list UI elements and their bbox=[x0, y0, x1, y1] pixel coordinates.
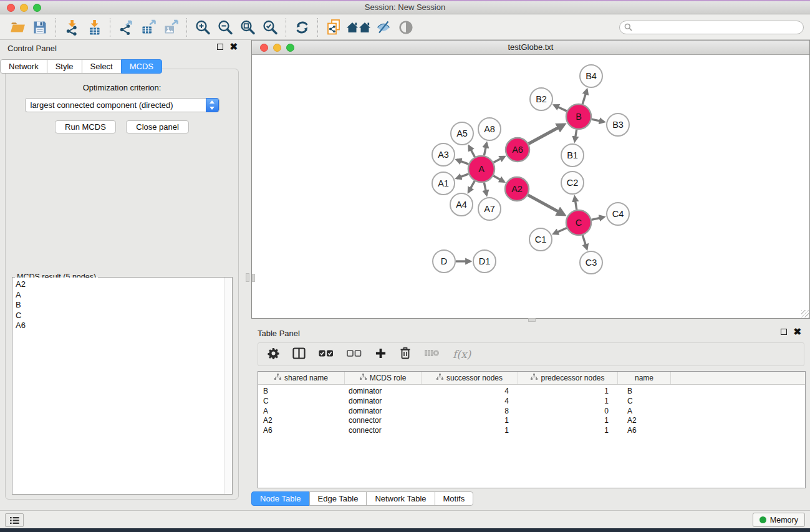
graph-edge-B-B4[interactable] bbox=[582, 90, 587, 104]
graph-edge-B-B1[interactable] bbox=[575, 130, 577, 142]
cell-shared-name[interactable]: A2 bbox=[258, 416, 345, 426]
graph-edge-A-A6[interactable] bbox=[493, 157, 504, 162]
graph-node-A7[interactable]: A7 bbox=[478, 198, 501, 220]
table-row[interactable]: Bdominator41B bbox=[258, 387, 805, 397]
network-minimize-button[interactable] bbox=[273, 44, 281, 52]
zoom-out-icon[interactable] bbox=[214, 17, 236, 37]
cell-successor-nodes[interactable]: 4 bbox=[422, 387, 518, 397]
graph-node-A2[interactable]: A2 bbox=[505, 177, 529, 201]
column-header-predecessor-nodes[interactable]: predecessor nodes bbox=[518, 372, 618, 384]
panel-list-button[interactable] bbox=[5, 513, 24, 527]
float-panel-icon[interactable] bbox=[217, 44, 223, 50]
graph-edge-A-A3[interactable] bbox=[457, 160, 469, 164]
graph-edge-A-A4[interactable] bbox=[468, 181, 475, 192]
mcds-result-item[interactable]: A bbox=[16, 290, 232, 301]
close-table-panel-icon[interactable]: ✖ bbox=[793, 329, 801, 335]
resize-corner[interactable] bbox=[801, 310, 809, 317]
network-close-button[interactable] bbox=[260, 44, 268, 52]
cell-mcds-role[interactable]: connector bbox=[345, 416, 422, 426]
select-all-checkbox-icon[interactable] bbox=[319, 349, 334, 360]
hide-annotations-icon[interactable] bbox=[372, 17, 395, 37]
graph-node-A4[interactable]: A4 bbox=[450, 193, 473, 216]
zoom-in-icon[interactable] bbox=[191, 17, 214, 37]
open-session-icon[interactable] bbox=[6, 17, 29, 37]
graph-node-B1[interactable]: B1 bbox=[561, 144, 584, 167]
run-mcds-button[interactable]: Run MCDS bbox=[55, 120, 116, 133]
network-canvas[interactable]: AA1A2A3A4A5A6A7A8BB1B2B3B4CC1C2C3C4DD1 bbox=[252, 56, 809, 318]
search-input[interactable] bbox=[635, 23, 799, 32]
import-network-icon[interactable] bbox=[60, 17, 83, 37]
mcds-result-list[interactable]: A2ABCA6 bbox=[12, 278, 232, 494]
home-icon[interactable] bbox=[345, 17, 372, 37]
maximize-window-button[interactable] bbox=[33, 4, 41, 12]
graph-edge-A-A2[interactable] bbox=[493, 176, 504, 182]
cell-mcds-role[interactable]: dominator bbox=[345, 387, 422, 397]
column-header-successor-nodes[interactable]: successor nodes bbox=[422, 372, 518, 384]
dropdown-stepper-icon[interactable] bbox=[206, 98, 219, 112]
graph-edge-C-C3[interactable] bbox=[582, 235, 587, 249]
graph-node-A1[interactable]: A1 bbox=[432, 172, 455, 195]
graph-edge-A-A1[interactable] bbox=[457, 174, 469, 178]
canvas-edge-grip[interactable] bbox=[252, 274, 255, 282]
graph-edge-C-C2[interactable] bbox=[575, 197, 577, 210]
tab-mcds[interactable]: MCDS bbox=[121, 59, 162, 74]
cell-name[interactable]: B bbox=[618, 387, 671, 397]
tab-motifs[interactable]: Motifs bbox=[435, 491, 474, 506]
graph-node-B4[interactable]: B4 bbox=[580, 65, 602, 87]
graph-edge-B-B2[interactable] bbox=[554, 105, 567, 111]
vertical-divider-grip[interactable] bbox=[246, 273, 249, 282]
mcds-result-item[interactable]: A2 bbox=[16, 279, 232, 290]
tab-select[interactable]: Select bbox=[82, 59, 122, 74]
minimize-window-button[interactable] bbox=[20, 4, 28, 12]
network-graph[interactable]: AA1A2A3A4A5A6A7A8BB1B2B3B4CC1C2C3C4DD1 bbox=[252, 56, 809, 318]
column-header-mcds-role[interactable]: MCDS role bbox=[345, 372, 422, 384]
mcds-result-item[interactable]: A6 bbox=[16, 321, 232, 331]
close-panel-button[interactable]: Close panel bbox=[126, 120, 189, 133]
graph-node-A8[interactable]: A8 bbox=[478, 118, 501, 140]
cell-name[interactable]: A bbox=[618, 407, 671, 417]
cell-mcds-role[interactable]: connector bbox=[345, 426, 422, 436]
delete-columns-icon[interactable] bbox=[400, 347, 411, 362]
import-table-icon[interactable] bbox=[83, 17, 105, 37]
cell-successor-nodes[interactable]: 4 bbox=[422, 397, 518, 407]
cell-successor-nodes[interactable]: 1 bbox=[422, 416, 518, 426]
table-row[interactable]: A2connector11A2 bbox=[258, 416, 805, 426]
save-session-icon[interactable] bbox=[29, 17, 51, 37]
tab-node-table[interactable]: Node Table bbox=[251, 491, 310, 506]
graph-edge-C-C4[interactable] bbox=[592, 217, 604, 220]
graph-edge-C-C1[interactable] bbox=[554, 228, 567, 234]
cell-mcds-role[interactable]: dominator bbox=[345, 407, 422, 417]
graph-edge-A-A5[interactable] bbox=[469, 146, 475, 157]
tab-network[interactable]: Network bbox=[0, 59, 47, 74]
node-table[interactable]: shared nameMCDS rolesuccessor nodesprede… bbox=[258, 371, 806, 488]
column-header-shared-name[interactable]: shared name bbox=[258, 372, 345, 384]
graph-edge-A-A7[interactable] bbox=[484, 183, 486, 195]
network-maximize-button[interactable] bbox=[286, 44, 294, 52]
criterion-dropdown[interactable]: largest connected component (directed) bbox=[25, 98, 219, 112]
mcds-result-item[interactable]: B bbox=[16, 300, 232, 311]
cell-name[interactable]: A2 bbox=[618, 416, 671, 426]
cell-predecessor-nodes[interactable]: 0 bbox=[518, 407, 618, 417]
horizontal-divider-grip[interactable] bbox=[528, 318, 536, 322]
show-graphics-details-icon[interactable] bbox=[395, 17, 417, 37]
mcds-result-item[interactable]: C bbox=[16, 311, 232, 321]
table-row[interactable]: A6connector11A6 bbox=[258, 426, 805, 436]
zoom-fit-icon[interactable] bbox=[236, 17, 259, 37]
cell-mcds-role[interactable]: dominator bbox=[345, 397, 422, 407]
export-table-icon[interactable] bbox=[137, 17, 160, 37]
memory-button[interactable]: Memory bbox=[753, 513, 805, 527]
graph-node-A5[interactable]: A5 bbox=[451, 122, 473, 145]
graph-node-B2[interactable]: B2 bbox=[530, 88, 552, 110]
cell-predecessor-nodes[interactable]: 1 bbox=[518, 426, 618, 436]
function-builder-icon[interactable]: f(x) bbox=[453, 348, 471, 360]
table-row[interactable]: Adominator80A bbox=[258, 407, 805, 417]
close-window-button[interactable] bbox=[7, 4, 15, 12]
graph-node-C1[interactable]: C1 bbox=[529, 228, 552, 251]
close-panel-icon[interactable]: ✖ bbox=[229, 44, 238, 50]
cell-shared-name[interactable]: A6 bbox=[258, 426, 345, 436]
tab-edge-table[interactable]: Edge Table bbox=[309, 491, 367, 506]
cell-predecessor-nodes[interactable]: 1 bbox=[518, 397, 618, 407]
delete-table-icon[interactable] bbox=[424, 349, 440, 360]
graph-edge-A-A8[interactable] bbox=[484, 143, 486, 156]
cell-successor-nodes[interactable]: 1 bbox=[422, 426, 518, 436]
